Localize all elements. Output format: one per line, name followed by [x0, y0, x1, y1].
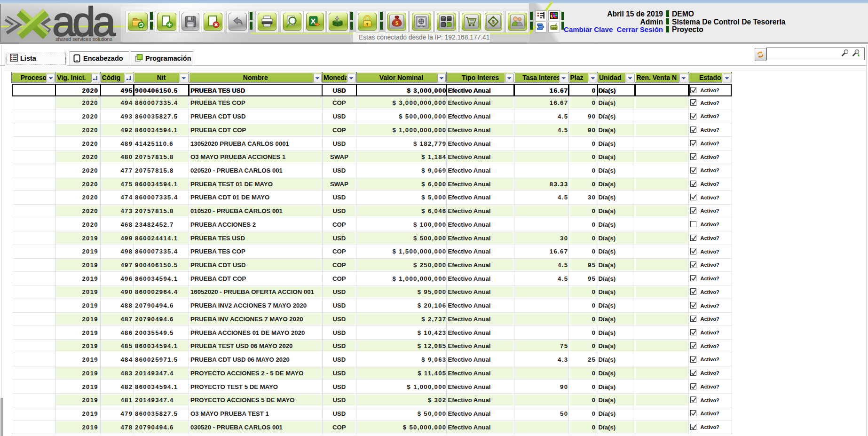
svg-text:$: $: [395, 20, 398, 26]
svg-text:$: $: [492, 19, 495, 24]
